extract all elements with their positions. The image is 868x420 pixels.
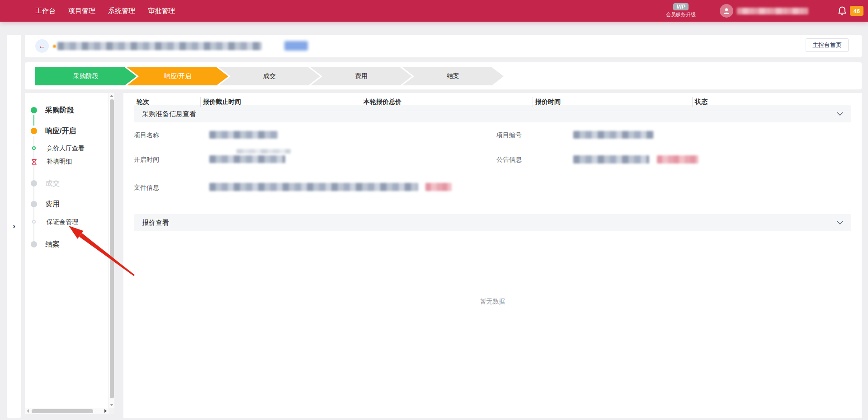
step-deal[interactable]: 成交 bbox=[219, 67, 320, 85]
announcement-value-redacted bbox=[573, 155, 649, 163]
timeline-connector-done bbox=[33, 115, 34, 126]
top-navigation-bar: 工作台 项目管理 系统管理 审批管理 VIP 会员服务升级 46 bbox=[0, 0, 868, 22]
section-title: 报价查看 bbox=[142, 219, 169, 227]
step-close-case[interactable]: 结案 bbox=[402, 67, 504, 85]
nav-system-management[interactable]: 系统管理 bbox=[108, 7, 135, 15]
process-steps-bar: 采购阶段 响应/开启 成交 费用 结案 bbox=[25, 62, 862, 89]
col-quote-time: 报价时间 bbox=[535, 93, 561, 111]
col-quote-deadline: 报价截止时间 bbox=[203, 93, 241, 111]
sidebar-item-procurement-stage[interactable]: 采购阶段 bbox=[45, 106, 74, 115]
person-icon bbox=[722, 7, 731, 15]
step-fees[interactable]: 费用 bbox=[311, 67, 412, 85]
console-home-button[interactable]: 主控台首页 bbox=[806, 38, 849, 52]
step-procurement-stage[interactable]: 采购阶段 bbox=[35, 67, 137, 85]
sidebar-item-close-case[interactable]: 结案 bbox=[45, 240, 60, 249]
open-time-extra-redacted bbox=[236, 149, 291, 154]
vip-upgrade[interactable]: VIP 会员服务升级 bbox=[665, 2, 697, 18]
scrollbar-corner bbox=[108, 408, 114, 414]
horizontal-scroll-thumb[interactable] bbox=[32, 409, 93, 413]
stage-dot-disabled bbox=[31, 180, 37, 187]
col-status: 状态 bbox=[695, 93, 708, 111]
step-response-open[interactable]: 响应/开启 bbox=[127, 67, 228, 85]
nav-project-management[interactable]: 项目管理 bbox=[68, 7, 95, 15]
stage-dot-done bbox=[31, 107, 37, 113]
col-round-total: 本轮报价总价 bbox=[363, 93, 401, 111]
field-label-project-name: 项目名称 bbox=[134, 131, 159, 140]
table-empty-state: 暂无数据 bbox=[123, 298, 862, 306]
sidebar-horizontal-scrollbar[interactable] bbox=[25, 408, 108, 414]
page-header-card: ← 主控台首页 bbox=[25, 35, 862, 57]
field-label-project-number: 项目编号 bbox=[496, 131, 522, 140]
sidebar-item-deposit-management[interactable]: 保证金管理 bbox=[47, 218, 78, 226]
section-quote-view[interactable]: 报价查看 bbox=[134, 214, 851, 231]
chevron-down-icon[interactable] bbox=[837, 112, 843, 116]
project-number-value-redacted bbox=[573, 131, 654, 139]
status-dot bbox=[53, 45, 56, 48]
user-avatar[interactable] bbox=[720, 4, 733, 18]
stage-dot-upcoming bbox=[31, 201, 37, 207]
stage-dot-upcoming-2 bbox=[31, 241, 37, 247]
stage-timeline-sidebar: 采购阶段 响应/开启 竞价大厅查看 补填明细 成交 费用 保证金管理 结案 bbox=[25, 93, 114, 414]
sidebar-vertical-scrollbar[interactable] bbox=[108, 93, 114, 408]
project-title-redacted bbox=[57, 42, 262, 50]
back-button[interactable]: ← bbox=[35, 39, 49, 53]
field-label-announcement-info: 公告信息 bbox=[496, 156, 522, 164]
file-info-value-redacted bbox=[209, 183, 418, 191]
hourglass-icon bbox=[31, 159, 37, 167]
username-redacted bbox=[737, 8, 808, 14]
stage-dot-current bbox=[31, 128, 37, 134]
timeline-connector bbox=[33, 136, 34, 246]
left-collapse-strip: › bbox=[7, 35, 21, 418]
main-nav: 工作台 项目管理 系统管理 审批管理 bbox=[0, 7, 175, 15]
sidebar-item-fees[interactable]: 费用 bbox=[45, 200, 60, 209]
nav-approval-management[interactable]: 审批管理 bbox=[148, 7, 175, 15]
nav-workbench[interactable]: 工作台 bbox=[35, 7, 56, 15]
sidebar-item-bidding-hall-view[interactable]: 竞价大厅查看 bbox=[47, 145, 85, 153]
open-time-value-redacted bbox=[209, 155, 285, 163]
expand-panel-chevron-icon[interactable]: › bbox=[7, 219, 21, 233]
substep-circle-upcoming bbox=[32, 220, 36, 224]
status-badge-redacted bbox=[284, 41, 308, 51]
sidebar-item-response-open[interactable]: 响应/开启 bbox=[45, 126, 76, 136]
file-link-redacted[interactable] bbox=[425, 183, 452, 191]
quote-table-header: 轮次 报价截止时间 本轮报价总价 报价时间 状态 bbox=[134, 93, 851, 111]
vip-upgrade-label: 会员服务升级 bbox=[665, 11, 697, 18]
field-label-open-time: 开启时间 bbox=[134, 156, 159, 164]
main-content-panel: 采购准备信息查看 项目名称 项目编号 开启时间 公告信息 文件信息 报价查看 轮… bbox=[123, 93, 862, 418]
field-label-file-info: 文件信息 bbox=[134, 184, 159, 192]
sidebar-item-fill-details[interactable]: 补填明细 bbox=[47, 158, 72, 166]
notification-bell-icon[interactable] bbox=[836, 5, 848, 17]
sidebar-item-deal[interactable]: 成交 bbox=[45, 179, 60, 188]
chevron-down-icon[interactable] bbox=[837, 221, 843, 224]
notification-count-badge[interactable]: 46 bbox=[850, 6, 863, 16]
vertical-scroll-thumb[interactable] bbox=[110, 99, 114, 398]
project-name-value-redacted bbox=[209, 131, 278, 139]
announcement-link-redacted[interactable] bbox=[657, 155, 698, 163]
col-round: 轮次 bbox=[137, 93, 149, 111]
substep-circle-active bbox=[32, 146, 36, 150]
vip-icon: VIP bbox=[673, 3, 688, 10]
